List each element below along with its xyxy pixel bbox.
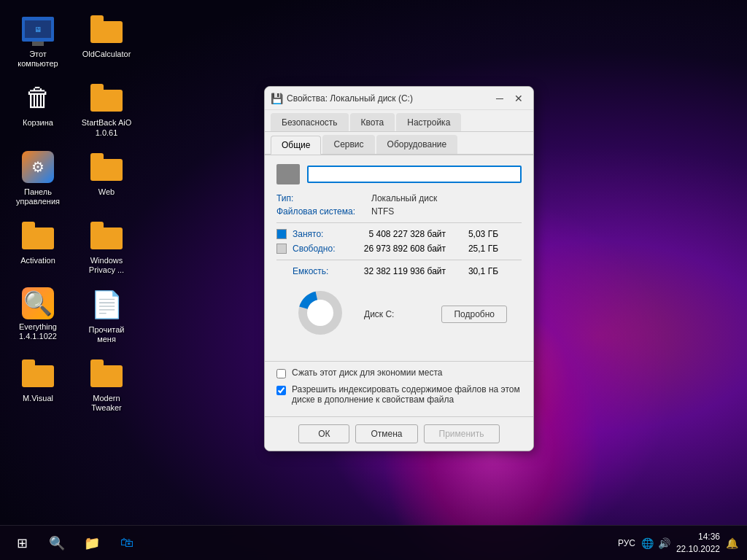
store-icon: 🛍 <box>120 535 133 551</box>
index-label: Разрешить индексировать содержимое файло… <box>292 384 522 405</box>
file-explorer-button[interactable]: 📁 <box>76 527 108 559</box>
disk-label-area: Диск С: <box>364 309 394 319</box>
search-button[interactable]: 🔍 <box>41 527 73 559</box>
volume-icon: 🔊 <box>658 537 670 549</box>
dialog-footer: ОК Отмена Применить <box>265 416 533 451</box>
tab-settings[interactable]: Настройка <box>396 113 461 131</box>
language-indicator: РУС <box>618 538 635 548</box>
tabs-row-1: Безопасность Квота Настройка <box>265 110 533 132</box>
dialog-titlebar: 💾 Свойства: Локальный диск (C:) ─ ✕ <box>265 87 533 110</box>
pie-chart <box>291 284 349 345</box>
properties-dialog: 💾 Свойства: Локальный диск (C:) ─ ✕ Безо… <box>264 86 534 451</box>
checkboxes-area: Сжать этот диск для экономии места Разре… <box>265 361 533 416</box>
index-checkbox-row: Разрешить индексировать содержимое файло… <box>276 384 522 405</box>
tab-hardware[interactable]: Оборудование <box>376 135 458 154</box>
capacity-gb: 30,1 ГБ <box>454 266 498 276</box>
cancel-button[interactable]: Отмена <box>355 424 417 443</box>
divider-2 <box>276 260 522 260</box>
tab-quota[interactable]: Квота <box>350 113 395 131</box>
globe-icon: 🌐 <box>641 537 654 549</box>
clock-time: 14:36 <box>676 531 720 543</box>
dialog-overlay: 💾 Свойства: Локальный диск (C:) ─ ✕ Безо… <box>0 0 747 560</box>
type-value: Локальный диск <box>371 193 437 203</box>
capacity-row: Емкость: 32 382 119 936 байт 30,1 ГБ <box>293 266 522 276</box>
start-button[interactable]: ⊞ <box>6 527 38 559</box>
free-gb: 25,1 ГБ <box>454 244 498 254</box>
taskbar-left: ⊞ 🔍 📁 🛍 <box>0 527 143 559</box>
dialog-form-area: Тип: Локальный диск Файловая система: NT… <box>265 155 533 361</box>
notification-bell-icon: 🔔 <box>726 537 738 549</box>
fs-value: NTFS <box>371 206 394 217</box>
dialog-title-text: Свойства: Локальный диск (C:) <box>287 93 413 104</box>
notification-icons: 🌐 🔊 <box>641 537 670 549</box>
dialog-title-group: 💾 Свойства: Локальный диск (C:) <box>271 93 413 104</box>
free-label: Свободно: <box>293 244 351 254</box>
compress-checkbox-row: Сжать этот диск для экономии места <box>276 368 522 378</box>
tab-security[interactable]: Безопасность <box>271 113 349 131</box>
index-checkbox[interactable] <box>276 386 286 395</box>
apply-button[interactable]: Применить <box>424 424 500 443</box>
divider-1 <box>276 222 522 223</box>
tab-general[interactable]: Общие <box>271 136 321 155</box>
used-bytes: 5 408 227 328 байт <box>351 229 446 239</box>
fs-row: Файловая система: NTFS <box>276 206 522 217</box>
capacity-label: Емкость: <box>293 266 351 276</box>
desktop: 🖥 Этот компьютер OldCalculator 🗑 Корзина… <box>0 0 747 560</box>
used-color-box <box>276 229 287 239</box>
type-row: Тип: Локальный диск <box>276 193 522 203</box>
free-color-box <box>276 244 287 254</box>
disk-info-section: Тип: Локальный диск Файловая система: NT… <box>276 193 522 217</box>
free-row: Свободно: 26 973 892 608 байт 25,1 ГБ <box>276 244 522 254</box>
minimize-button[interactable]: ─ <box>491 90 508 107</box>
free-bytes: 26 973 892 608 байт <box>351 244 446 254</box>
disk-label-text: Диск С: <box>364 309 394 319</box>
disk-icon-titlebar: 💾 <box>271 93 282 104</box>
clock-date: 22.10.2022 <box>676 543 720 556</box>
details-button[interactable]: Подробно <box>441 306 507 323</box>
used-row: Занято: 5 408 227 328 байт 5,03 ГБ <box>276 229 522 239</box>
taskbar-clock[interactable]: 14:36 22.10.2022 <box>676 531 720 556</box>
tabs-row-2: Общие Сервис Оборудование <box>265 132 533 155</box>
type-label: Тип: <box>276 193 371 203</box>
disk-name-row <box>276 164 522 184</box>
dialog-tabs: Безопасность Квота Настройка Общие Серви… <box>265 110 533 155</box>
search-icon: 🔍 <box>49 535 65 551</box>
fs-label: Файловая система: <box>276 206 371 217</box>
pie-center <box>307 300 333 326</box>
used-label: Занято: <box>293 229 351 239</box>
windows-logo-icon: ⊞ <box>17 535 28 551</box>
disk-icon-form <box>276 164 300 184</box>
ok-button[interactable]: ОК <box>298 424 349 443</box>
compress-checkbox[interactable] <box>276 369 286 378</box>
compress-label: Сжать этот диск для экономии места <box>292 368 442 378</box>
disk-name-input[interactable] <box>307 166 522 183</box>
store-button[interactable]: 🛍 <box>111 527 143 559</box>
taskbar: ⊞ 🔍 📁 🛍 РУС 🌐 🔊 14:36 22.10.2022 🔔 <box>0 525 747 560</box>
taskbar-right: РУС 🌐 🔊 14:36 22.10.2022 🔔 <box>618 531 747 556</box>
capacity-bytes: 32 382 119 936 байт <box>351 266 446 276</box>
tab-service[interactable]: Сервис <box>322 135 374 154</box>
used-gb: 5,03 ГБ <box>454 229 498 239</box>
dialog-window-controls: ─ ✕ <box>491 90 527 107</box>
folder-icon-taskbar: 📁 <box>84 535 100 551</box>
close-button[interactable]: ✕ <box>510 90 527 107</box>
pie-chart-area: Диск С: Подробно <box>276 281 522 352</box>
